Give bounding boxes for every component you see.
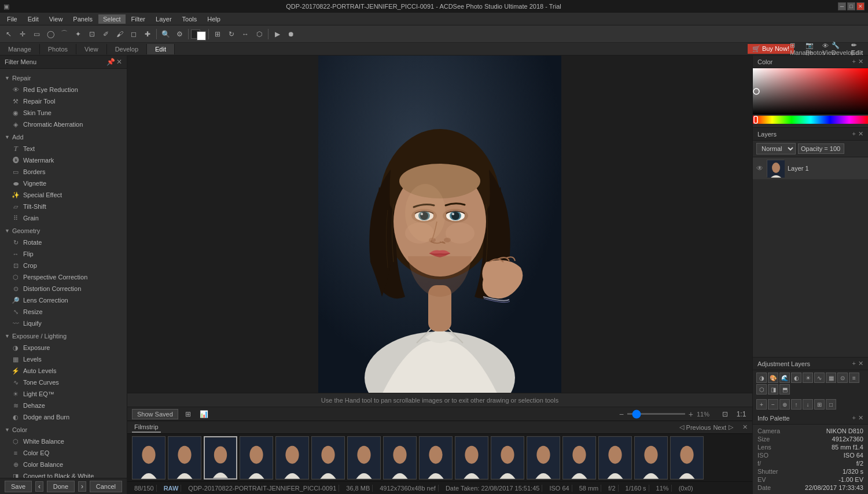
color-expand-icon[interactable]: + [852,58,856,65]
tb-color-bg[interactable] [197,31,206,40]
tb-transform[interactable]: ⊞ [211,28,224,40]
save-button[interactable]: Save [5,481,32,492]
maximize-button[interactable]: □ [847,2,855,10]
adj-add-btn[interactable]: + [756,399,767,410]
show-saved-button[interactable]: Show Saved [132,409,178,419]
menu-file[interactable]: File [2,14,22,24]
menu-filter[interactable]: Filter [127,14,150,24]
adj-move-up-btn[interactable]: ↑ [791,399,801,410]
filter-white-balance[interactable]: ⬡ White Balance [0,436,127,447]
develop-btn[interactable]: 🔧 Develop [837,43,849,56]
adj-btn-5[interactable]: ☀ [803,373,813,383]
adj-move-down-btn[interactable]: ↓ [803,399,813,410]
filter-borders[interactable]: ▭ Borders [0,166,127,178]
filter-exposure[interactable]: ◑ Exposure [0,342,127,353]
adj-close-icon[interactable]: ✕ [858,360,863,367]
filter-distortion[interactable]: ⊙ Distortion Correction [0,283,127,294]
panel-pin-button[interactable]: 📌 [106,58,115,66]
filter-vignette[interactable]: ⬬ Vignette [0,178,127,189]
tb-arrow[interactable]: ↖ [2,28,15,40]
close-button[interactable]: ✕ [856,2,865,10]
adj-expand-icon[interactable]: + [852,360,856,367]
thumb-12[interactable] [527,436,560,480]
thumb-5[interactable] [275,436,309,480]
thumb-13[interactable] [562,436,596,480]
tb-heal[interactable]: ✚ [141,28,154,40]
thumb-6[interactable] [311,436,345,480]
thumb-3[interactable] [204,436,237,480]
tb-zoom-in[interactable]: 🔍 [159,28,172,40]
menu-panels[interactable]: Panels [68,14,97,24]
cancel-button[interactable]: Cancel [90,481,122,492]
adj-btn-7[interactable]: ▦ [826,373,836,383]
thumb-11[interactable] [491,436,524,480]
section-repair[interactable]: ▼ Repair [0,72,127,84]
tb-move[interactable]: ✛ [16,28,29,40]
thumb-2[interactable] [168,436,201,480]
filter-auto-levels[interactable]: ⚡ Auto Levels [0,365,127,377]
adj-btn-8[interactable]: ⊙ [837,373,848,383]
tb-eyedropper[interactable]: ✐ [100,28,112,40]
prev-nav-button[interactable]: ‹ [35,481,43,492]
zoom-slider[interactable] [627,413,685,415]
adj-btn-2[interactable]: 🎨 [768,373,778,383]
filmstrip-close-button[interactable]: ✕ [742,423,748,431]
tab-develop[interactable]: Develop [107,44,147,54]
panel-close-button[interactable]: ✕ [116,58,122,66]
tab-view[interactable]: View [76,44,107,54]
filter-chromatic[interactable]: ◈ Chromatic Aberration [0,119,127,130]
tb-flip-tool[interactable]: ↔ [239,28,252,40]
adj-delete-btn[interactable]: − [768,399,778,410]
filter-flip[interactable]: ↔ Flip [0,248,127,260]
adj-btn-3[interactable]: 🌊 [779,373,790,383]
filter-red-eye[interactable]: 👁 Red Eye Reduction [0,84,127,95]
tb-record[interactable]: ⏺ [285,28,297,40]
prev-label[interactable]: Previous [686,424,711,431]
filter-levels[interactable]: ▦ Levels [0,353,127,365]
adj-merge-btn[interactable]: ⊞ [814,399,825,410]
filter-dehaze[interactable]: ≋ Dehaze [0,400,127,411]
filter-tilt-shift[interactable]: ⏥ Tilt-Shift [0,201,127,212]
menu-view[interactable]: View [45,14,68,24]
layers-expand-icon[interactable]: + [852,130,856,138]
filter-dodge-burn[interactable]: ◐ Dodge and Burn [0,411,127,423]
done-button[interactable]: Done [47,481,75,492]
color-hue-bar[interactable] [753,116,868,124]
filmstrip-tab[interactable]: Filmstrip [132,422,161,433]
filter-light-eq[interactable]: ☀ Light EQ™ [0,388,127,400]
filter-liquify[interactable]: 〰 Liquify [0,318,127,329]
filter-watermark[interactable]: 🅦 Watermark [0,154,127,166]
next-label[interactable]: Next [713,424,726,431]
menu-layer[interactable]: Layer [151,14,176,24]
filter-color-balance[interactable]: ⊕ Color Balance [0,459,127,470]
tb-rotate-tool[interactable]: ↻ [225,28,238,40]
filter-crop[interactable]: ⊡ Crop [0,260,127,271]
filter-tone-curves[interactable]: ∿ Tone Curves [0,377,127,388]
color-close-icon[interactable]: ✕ [858,58,863,65]
section-exposure[interactable]: ▼ Exposure / Lighting [0,330,127,342]
filter-grain[interactable]: ⠿ Grain [0,212,127,224]
edit-btn[interactable]: ✏ Edit [851,43,863,56]
thumb-14[interactable] [598,436,632,480]
tb-select-rect[interactable]: ▭ [30,28,43,40]
buy-now-button[interactable]: 🛒 Buy Now! [748,44,794,54]
opacity-input[interactable] [798,143,844,154]
thumb-10[interactable] [455,436,488,480]
menu-tools[interactable]: Tools [178,14,202,24]
thumb-7[interactable] [347,436,381,480]
thumb-16[interactable] [670,436,704,480]
adj-btn-6[interactable]: ∿ [814,373,825,383]
filter-skin-tune[interactable]: ◉ Skin Tune [0,107,127,119]
fit-window-btn[interactable]: ⊡ [719,408,731,421]
thumb-9[interactable] [419,436,453,480]
chart-btn[interactable]: 📊 [198,408,211,421]
actual-size-btn[interactable]: 1:1 [735,408,748,421]
tb-crop[interactable]: ⊡ [86,28,98,40]
layer-1[interactable]: 👁 Layer 1 [753,157,868,180]
filter-rotate[interactable]: ↻ Rotate [0,237,127,248]
filter-text[interactable]: T Text [0,143,127,154]
adj-btn-11[interactable]: ◨ [768,384,778,395]
grid-view-btn[interactable]: ⊞ [182,408,194,421]
photos-btn[interactable]: 📷 Photos [809,43,822,56]
color-gradient-container[interactable] [753,68,868,125]
